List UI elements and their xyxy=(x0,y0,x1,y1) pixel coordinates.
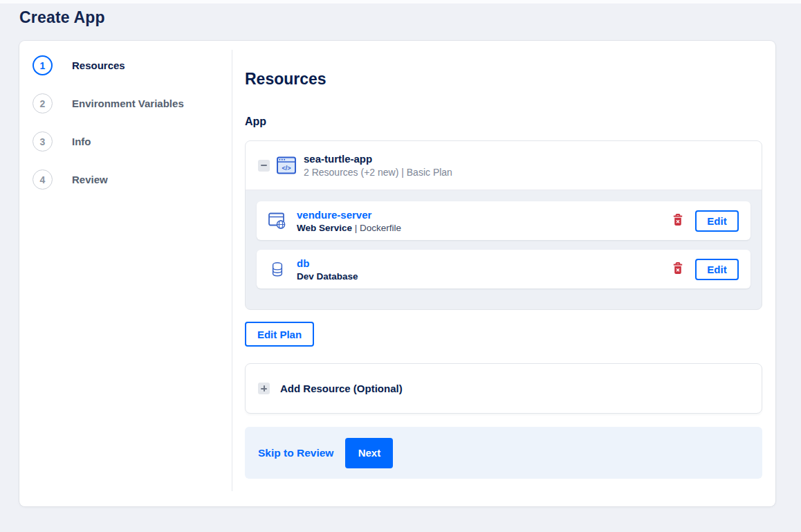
add-resource-section[interactable]: Add Resource (Optional) xyxy=(245,363,762,414)
resource-type: Dev Database xyxy=(297,271,358,282)
app-summary: 2 Resources (+2 new) | Basic Plan xyxy=(304,167,452,178)
page-title: Create App xyxy=(19,8,801,27)
step-review[interactable]: 4 Review xyxy=(33,169,232,190)
panel-heading: Resources xyxy=(245,69,762,89)
step-number-badge: 4 xyxy=(33,169,53,190)
step-label: Environment Variables xyxy=(72,98,184,109)
app-window-code-icon: </> xyxy=(276,156,297,175)
app-group-card: </> sea-turtle-app 2 Resources (+2 new) … xyxy=(245,140,762,310)
minus-icon xyxy=(261,165,267,166)
app-resources-list: vendure-server Web Service | Dockerfile xyxy=(246,190,762,309)
skip-to-review-link[interactable]: Skip to Review xyxy=(258,447,333,459)
step-label: Info xyxy=(72,136,91,147)
step-number-badge: 2 xyxy=(33,93,53,113)
wizard-footer: Skip to Review Next xyxy=(245,427,762,479)
step-number-badge: 3 xyxy=(33,131,53,152)
expand-add-resource-button[interactable] xyxy=(258,383,270,394)
step-number-badge: 1 xyxy=(33,55,53,75)
resource-type-kind: Dev Database xyxy=(297,271,358,282)
trash-icon xyxy=(672,214,683,228)
resource-text: db Dev Database xyxy=(297,257,358,282)
app-titles: sea-turtle-app 2 Resources (+2 new) | Ba… xyxy=(304,153,452,178)
resource-type-kind: Web Service xyxy=(297,223,352,233)
resources-panel: Resources App </> xyxy=(232,41,775,479)
delete-resource-button[interactable] xyxy=(671,261,685,278)
step-label: Review xyxy=(72,174,108,185)
trash-icon xyxy=(672,262,683,277)
resource-type: Web Service | Dockerfile xyxy=(297,223,401,233)
app-section-label: App xyxy=(245,116,762,128)
plus-icon xyxy=(261,385,267,392)
create-app-card: 1 Resources 2 Environment Variables 3 In… xyxy=(19,41,775,506)
resource-type-source: | Dockerfile xyxy=(352,223,401,233)
step-label: Resources xyxy=(72,59,125,71)
step-environment-variables[interactable]: 2 Environment Variables xyxy=(33,93,232,113)
web-service-globe-icon xyxy=(268,212,287,230)
step-resources[interactable]: 1 Resources xyxy=(33,55,232,75)
delete-resource-button[interactable] xyxy=(671,212,685,230)
add-resource-label: Add Resource (Optional) xyxy=(280,383,403,394)
edit-plan-button[interactable]: Edit Plan xyxy=(245,322,314,347)
app-group-header: </> sea-turtle-app 2 Resources (+2 new) … xyxy=(246,141,762,190)
row-actions: Edit xyxy=(671,259,739,280)
collapse-app-button[interactable] xyxy=(258,160,270,172)
resource-row-web-service: vendure-server Web Service | Dockerfile xyxy=(257,201,751,240)
resource-text: vendure-server Web Service | Dockerfile xyxy=(297,209,401,233)
step-info[interactable]: 3 Info xyxy=(33,131,232,152)
edit-resource-button[interactable]: Edit xyxy=(695,210,739,232)
next-button[interactable]: Next xyxy=(345,438,393,468)
resource-name-link[interactable]: db xyxy=(297,257,358,269)
edit-resource-button[interactable]: Edit xyxy=(695,259,739,280)
top-edge-strip xyxy=(0,0,801,3)
svg-text:</>: </> xyxy=(282,165,291,172)
row-actions: Edit xyxy=(671,210,739,232)
resource-name-link[interactable]: vendure-server xyxy=(297,209,401,221)
database-icon xyxy=(268,260,287,278)
app-name: sea-turtle-app xyxy=(304,153,452,165)
resource-row-database: db Dev Database xyxy=(257,250,751,288)
wizard-steps: 1 Resources 2 Environment Variables 3 In… xyxy=(19,41,232,208)
